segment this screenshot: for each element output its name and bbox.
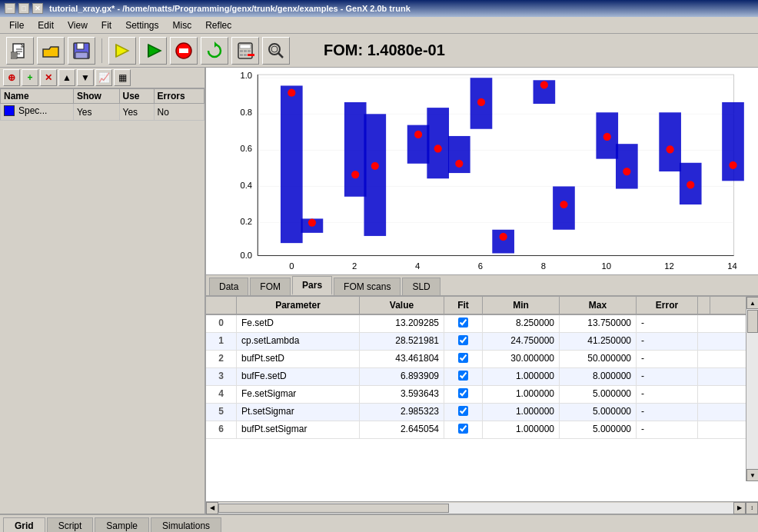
- titlebar: ─ □ ✕ tutorial_xray.gx* - /home/matts/Pr…: [0, 0, 758, 17]
- minimize-button[interactable]: ─: [5, 3, 15, 14]
- svg-text:4: 4: [415, 261, 420, 271]
- header-idx: [206, 297, 237, 314]
- btab-simulations[interactable]: Simulations: [151, 517, 221, 532]
- row-fit[interactable]: [444, 315, 483, 332]
- menu-settings[interactable]: Settings: [119, 18, 165, 32]
- btab-grid[interactable]: Grid: [3, 517, 45, 532]
- run-button[interactable]: [108, 37, 136, 65]
- pars-row[interactable]: 5 Pt.setSigmar 2.985323 1.000000 5.00000…: [206, 404, 758, 421]
- add-item-button[interactable]: +: [22, 69, 38, 86]
- svg-point-53: [351, 171, 359, 178]
- svg-text:8: 8: [541, 261, 546, 271]
- maximize-button[interactable]: □: [18, 3, 29, 14]
- dataset-row[interactable]: Spec... Yes Yes No: [1, 104, 204, 121]
- move-down-button[interactable]: ▼: [77, 69, 94, 86]
- svg-point-73: [623, 168, 630, 175]
- calc-button[interactable]: [231, 37, 259, 65]
- pars-row[interactable]: 3 bufFe.setD 6.893909 1.000000 8.000000 …: [206, 368, 758, 386]
- menu-view[interactable]: View: [62, 18, 94, 32]
- tab-fom[interactable]: FOM: [250, 278, 291, 295]
- hscroll-right-button[interactable]: ▶: [733, 502, 746, 514]
- row-min: 8.250000: [483, 315, 560, 332]
- tab-pars[interactable]: Pars: [292, 276, 332, 295]
- svg-marker-15: [214, 42, 218, 48]
- tab-data[interactable]: Data: [209, 278, 248, 295]
- new-button[interactable]: [6, 37, 34, 65]
- vscroll-track[interactable]: [746, 309, 758, 469]
- svg-point-63: [477, 98, 485, 106]
- row-param: bufPt.setSigmar: [237, 421, 360, 438]
- hscroll-left-button[interactable]: ◀: [206, 502, 218, 514]
- vertical-scrollbar: ▲ ▼: [746, 297, 758, 481]
- move-up-button[interactable]: ▲: [58, 69, 75, 86]
- btab-sample[interactable]: Sample: [95, 517, 149, 532]
- right-panel: 1.0 0.8 0.6 0.4 0.2 0.0 0 2 4 6: [206, 68, 758, 514]
- menu-reflec[interactable]: Reflec: [199, 18, 238, 32]
- row-fit[interactable]: [444, 421, 483, 438]
- svg-rect-21: [240, 54, 243, 56]
- menu-misc[interactable]: Misc: [167, 18, 198, 32]
- row-value: 28.521981: [360, 333, 444, 350]
- pars-row[interactable]: 0 Fe.setD 13.209285 8.250000 13.750000 -: [206, 315, 758, 333]
- col-use: Use: [119, 89, 154, 104]
- close-button[interactable]: ✕: [32, 3, 43, 14]
- svg-rect-7: [77, 43, 84, 49]
- window-title: tutorial_xray.gx* - /home/matts/Programm…: [49, 4, 411, 13]
- table-button[interactable]: ▦: [114, 69, 131, 86]
- vscroll-thumb[interactable]: [747, 310, 758, 333]
- pars-row[interactable]: 6 bufPt.setSigmar 2.645054 1.000000 5.00…: [206, 421, 758, 439]
- window-controls[interactable]: ─ □ ✕: [5, 3, 43, 14]
- pars-row[interactable]: 4 Fe.setSigmar 3.593643 1.000000 5.00000…: [206, 386, 758, 404]
- row-fit[interactable]: [444, 333, 483, 350]
- hscroll-track[interactable]: [218, 503, 733, 514]
- row-max: 5.000000: [560, 421, 637, 438]
- row-fit[interactable]: [444, 404, 483, 421]
- hscroll-corner: ↕: [746, 502, 758, 514]
- pars-table-container: Parameter Value Fit Min Max Error 0 Fe.s…: [206, 297, 758, 501]
- arrow-button[interactable]: [139, 37, 167, 65]
- row-min: 1.000000: [483, 368, 560, 385]
- svg-text:0.4: 0.4: [240, 181, 252, 190]
- tabs-bar: Data FOM Pars FOM scans SLD: [206, 275, 758, 297]
- svg-point-26: [271, 46, 278, 52]
- svg-marker-5: [43, 47, 58, 57]
- row-index: 4: [206, 386, 237, 403]
- save-button[interactable]: [68, 37, 95, 65]
- tab-sld[interactable]: SLD: [402, 278, 440, 295]
- btab-script[interactable]: Script: [47, 517, 94, 532]
- svg-rect-20: [248, 50, 251, 52]
- menu-edit[interactable]: Edit: [32, 18, 60, 32]
- pars-row[interactable]: 2 bufPt.setD 43.461804 30.000000 50.0000…: [206, 351, 758, 368]
- svg-point-69: [560, 201, 567, 208]
- refresh-button[interactable]: [201, 37, 228, 65]
- menu-fit[interactable]: Fit: [95, 18, 118, 32]
- tab-fom-scans[interactable]: FOM scans: [334, 278, 401, 295]
- open-button[interactable]: [37, 37, 65, 65]
- dataset-show: Yes: [73, 104, 119, 121]
- header-value: Value: [360, 297, 444, 314]
- main-area: ⊕ + ✕ ▲ ▼ 📈 ▦ Name Show Use Errors: [0, 68, 758, 514]
- plot-button[interactable]: 📈: [95, 69, 112, 86]
- row-fit[interactable]: [444, 368, 483, 385]
- search-button[interactable]: [262, 37, 290, 65]
- row-fit[interactable]: [444, 351, 483, 367]
- row-max: 50.000000: [560, 351, 637, 367]
- svg-text:6: 6: [478, 261, 483, 271]
- remove-button[interactable]: ✕: [40, 69, 57, 86]
- vscroll-down-button[interactable]: ▼: [746, 469, 758, 481]
- row-index: 5: [206, 404, 237, 421]
- svg-text:0.6: 0.6: [240, 144, 252, 153]
- pars-row[interactable]: 1 cp.setLambda 28.521981 24.750000 41.25…: [206, 333, 758, 351]
- row-fit[interactable]: [444, 386, 483, 403]
- menu-file[interactable]: File: [3, 18, 30, 32]
- svg-text:0.0: 0.0: [240, 251, 252, 260]
- add-dataset-button[interactable]: ⊕: [3, 69, 20, 86]
- row-value: 2.645054: [360, 421, 444, 438]
- row-min: 1.000000: [483, 421, 560, 438]
- row-error: -: [637, 315, 698, 332]
- vscroll-up-button[interactable]: ▲: [746, 297, 758, 309]
- hscroll-thumb[interactable]: [218, 504, 449, 513]
- row-param: Fe.setSigmar: [237, 386, 360, 403]
- stop-button[interactable]: [170, 37, 198, 65]
- header-scroll-spacer: [698, 297, 710, 314]
